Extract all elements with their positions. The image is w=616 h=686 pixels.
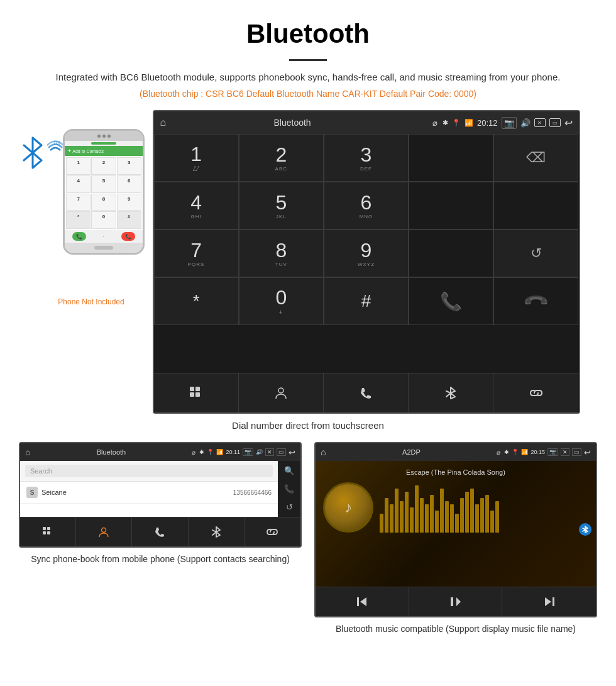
key-4[interactable]: 4 GHI	[154, 182, 239, 230]
camera-icon[interactable]: 📷	[502, 117, 517, 129]
gps-icon: 📍	[452, 119, 461, 127]
phone-button[interactable]	[324, 373, 409, 412]
link-button[interactable]	[493, 373, 578, 412]
phone-call-button[interactable]: 📞	[72, 232, 86, 241]
pb-camera-icon: 📷	[243, 448, 253, 456]
phone-dot	[97, 135, 101, 138]
key-9[interactable]: 9 WXYZ	[324, 230, 409, 277]
key-2[interactable]: 2 ABC	[239, 134, 324, 182]
back-icon[interactable]: ↩	[564, 117, 573, 129]
music-back-icon[interactable]: ↩	[584, 448, 591, 457]
phone-key-1[interactable]: 1	[66, 157, 91, 175]
contact-button[interactable]	[239, 373, 324, 412]
phone-key-5[interactable]: 5	[91, 175, 116, 193]
pb-title: Bluetooth	[34, 448, 188, 456]
svg-marker-10	[360, 597, 366, 606]
music-statusbar: ⌂ A2DP ⌀ ✱ 📍 📶 20:15 📷 ✕ ▭ ↩	[316, 443, 596, 461]
refresh-key[interactable]: ↺	[493, 230, 578, 277]
phonebook-section: ⌂ Bluetooth ⌀ ✱ 📍 📶 20:11 📷 🔊 ✕ ▭ ↩	[19, 442, 302, 636]
pb-phone-icon	[154, 526, 165, 538]
phone-screen: + Add to Contacts 1 2 3 4 5 6 7 8 9 *	[65, 146, 143, 243]
music-camera-icon: 📷	[547, 448, 558, 456]
eq-bar	[455, 514, 459, 533]
phone-key-2[interactable]: 2	[91, 157, 116, 175]
key-6[interactable]: 6 MNO	[324, 182, 409, 230]
car-screen-main: ⌂ Bluetooth ⌀ ✱ 📍 📶 20:12 📷 🔊 ✕ ▭ ↩ 1 ⌰	[153, 110, 580, 414]
svg-rect-6	[47, 527, 50, 530]
key-1[interactable]: 1 ⌰	[154, 134, 239, 182]
eq-bar	[420, 498, 424, 533]
pb-home-icon[interactable]: ⌂	[25, 447, 30, 457]
svg-rect-7	[43, 531, 46, 534]
music-controls	[316, 587, 596, 616]
album-art: ♪	[323, 482, 373, 533]
pb-bt-btn[interactable]	[189, 517, 245, 546]
next-button[interactable]	[502, 587, 596, 616]
apps-icon	[189, 386, 203, 400]
phone-dot	[107, 135, 111, 138]
phone-key-7[interactable]: 7	[66, 194, 91, 211]
eq-bar	[430, 495, 434, 533]
key-0[interactable]: 0 +	[239, 277, 324, 325]
equalizer	[380, 482, 588, 533]
prev-button[interactable]	[316, 587, 409, 616]
apps-button[interactable]	[154, 373, 239, 412]
phone-key-9[interactable]: 9	[117, 194, 141, 211]
phone-key-6[interactable]: 6	[117, 175, 141, 193]
bluetooth-logo-icon	[19, 135, 47, 170]
key-hash[interactable]: #	[324, 277, 409, 325]
phone-key-hash[interactable]: #	[117, 211, 141, 229]
key-3[interactable]: 3 DEF	[324, 134, 409, 182]
key-5[interactable]: 5 JKL	[239, 182, 324, 230]
call-accept-key[interactable]: 📞	[409, 277, 493, 325]
empty-cell-3	[409, 230, 493, 277]
eq-bar	[425, 504, 429, 533]
backspace-key[interactable]: ⌫	[493, 134, 578, 182]
pb-apps-btn[interactable]	[20, 517, 76, 546]
pb-bottom-bar	[20, 517, 300, 546]
close-icon[interactable]: ✕	[534, 118, 546, 127]
specs-line: (Bluetooth chip : CSR BC6 Default Blueto…	[0, 89, 616, 99]
usb-icon: ⌀	[432, 118, 437, 128]
pb-content: Search S Seicane 13566664466 🔍 📞 ↺	[20, 461, 300, 517]
pb-search-icon[interactable]: 🔍	[284, 466, 294, 475]
pb-refresh-icon[interactable]: ↺	[286, 502, 293, 512]
bluetooth-button[interactable]	[409, 373, 493, 412]
playpause-button[interactable]	[409, 587, 503, 616]
pb-contact-row[interactable]: S Seicane 13566664466	[20, 482, 278, 504]
phone-end-button[interactable]: 📞	[121, 232, 135, 241]
key-7[interactable]: 7 PQRS	[154, 230, 239, 277]
svg-point-9	[102, 528, 106, 533]
phone-key-0[interactable]: 0	[91, 211, 116, 229]
music-home-icon[interactable]: ⌂	[321, 447, 326, 457]
eq-bar	[395, 489, 399, 533]
phone-key-8[interactable]: 8	[91, 194, 116, 211]
pb-link-btn[interactable]	[245, 517, 300, 546]
phone-key-3[interactable]: 3	[117, 157, 141, 175]
music-bt-icon: ✱	[504, 449, 509, 455]
pb-win-icon: ▭	[277, 448, 286, 456]
music-wifi-icon: 📶	[521, 449, 528, 455]
phone-key-4[interactable]: 4	[66, 175, 91, 193]
contact-letter-badge: S	[26, 487, 38, 498]
eq-bar	[485, 495, 489, 533]
key-8[interactable]: 8 TUV	[239, 230, 324, 277]
title-underline	[289, 59, 327, 61]
pb-bt-icon	[211, 526, 222, 538]
call-end-key[interactable]: 📞	[493, 277, 578, 325]
music-status-icons: ✱ 📍 📶 20:15 📷 ✕ ▭ ↩	[504, 448, 591, 457]
pb-search-bar: Search	[20, 461, 278, 482]
pb-contact-btn[interactable]	[76, 517, 132, 546]
status-time: 20:12	[477, 118, 498, 128]
pb-back-icon[interactable]: ↩	[289, 448, 295, 457]
pb-phone-btn[interactable]	[132, 517, 188, 546]
window-icon[interactable]: ▭	[549, 118, 561, 127]
music-caption: Bluetooth music compatible (Support disp…	[336, 622, 576, 636]
pb-search-input[interactable]: Search	[25, 465, 273, 477]
volume-icon[interactable]: 🔊	[520, 118, 531, 128]
eq-bar	[400, 501, 404, 533]
pb-phone-sidebar-icon[interactable]: 📞	[284, 484, 294, 494]
phone-key-star[interactable]: *	[66, 211, 91, 229]
plus-icon: +	[68, 148, 71, 154]
key-star[interactable]: *	[154, 277, 239, 325]
